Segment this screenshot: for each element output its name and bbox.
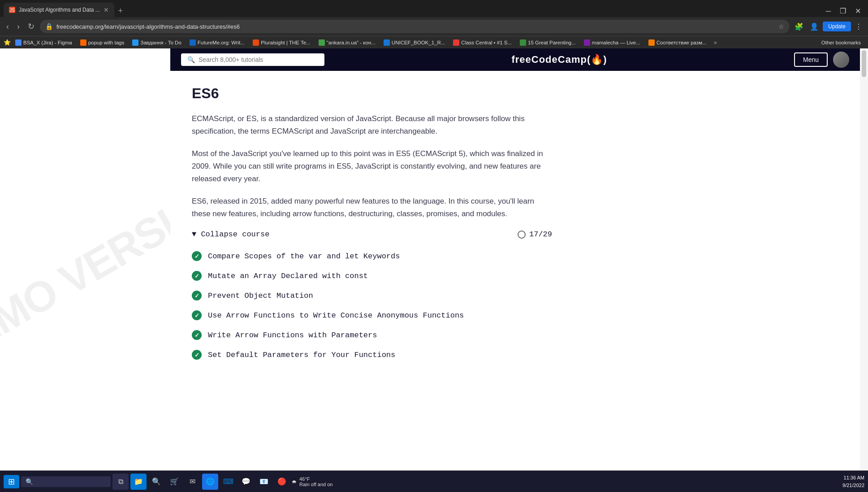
start-button[interactable]: ⊞ [4,475,19,488]
bookmark-unicef[interactable]: UNICEF_BOOK_1_R... [380,39,449,47]
check-icon-3: ✓ [192,291,202,300]
lesson-title-1[interactable]: Compare Scopes of the var and let Keywor… [208,252,400,261]
taskbar-app-chrome[interactable]: 🌐 [202,474,218,490]
progress-label: 17/29 [529,230,552,239]
fcc-logo: freeCodeCamp(🔥) [324,54,794,65]
check-icon-4: ✓ [192,310,202,320]
check-icon-1: ✓ [192,251,202,261]
course-paragraph-2: Most of the JavaScript you've learned up… [192,148,552,185]
taskbar-app-store[interactable]: 🛒 [166,474,182,490]
nav-bar: ‹ › ↻ 🔒 ☆ 🧩 👤 Update ⋮ [0,17,868,36]
right-scrollbar[interactable] [860,48,868,492]
search-icon: 🔍 [187,56,195,63]
extensions-button[interactable]: 🧩 [792,21,806,33]
star-icon[interactable]: ☆ [778,23,784,30]
progress-info: 17/29 [518,230,552,239]
lesson-item: ✓ Mutate an Array Declared with const [192,271,552,281]
weather-text: 46°F Rain off and on [299,476,333,487]
active-tab[interactable]: JS JavaScript Algorithms and Data ... ✕ [4,3,114,17]
taskbar-app-mail2[interactable]: 📧 [256,474,272,490]
course-body: ES6 ECMAScript, or ES, is a standardized… [170,71,574,492]
bookmark-classcentral[interactable]: Class Central • #1 S... [449,39,515,47]
bookmark-zavdannia[interactable]: Завдання - To Do [129,39,185,47]
lesson-item: ✓ Set Default Parameters for Your Functi… [192,350,552,360]
taskbar-app-badge[interactable]: 🔴 [274,474,290,490]
lesson-title-6[interactable]: Set Default Parameters for Your Function… [208,351,395,359]
taskbar-search-icon: 🔍 [26,478,33,485]
lesson-item: ✓ Compare Scopes of the var and let Keyw… [192,251,552,261]
lesson-item: ✓ Prevent Object Mutation [192,291,552,300]
taskbar-clock: 11:36 AM 9/21/2022 [842,474,864,489]
bookmark-greatparenting[interactable]: 15 Great Parenting... [516,39,579,47]
browser-chrome: JS JavaScript Algorithms and Data ... ✕ … [0,0,868,48]
bookmark-bsa[interactable]: BSA_X (Jira) - Figma [12,39,76,47]
fcc-header: 🔍 freeCodeCamp(🔥) Menu [170,48,860,71]
window-controls: ─ ❐ ✕ [822,5,864,17]
lesson-title-4[interactable]: Use Arrow Functions to Write Concise Ano… [208,311,464,320]
avatar[interactable] [833,52,849,68]
page-wrapper: DEMO VERSION 🔍 freeCodeCamp(🔥) Menu ES6 … [0,48,868,492]
course-paragraph-1: ECMAScript, or ES, is a standardized ver… [192,113,552,138]
update-button[interactable]: Update [823,22,851,31]
taskbar-app-vscode[interactable]: ⌨ [220,474,236,490]
course-paragraph-3: ES6, released in 2015, added many powerf… [192,195,552,220]
bookmark-pluralsight[interactable]: Pluralsight | THE Te... [249,39,314,47]
minimize-button[interactable]: ─ [822,5,834,17]
reload-button[interactable]: ↻ [25,20,37,33]
forward-button[interactable]: › [14,20,22,33]
progress-circle [518,231,526,239]
fcc-nav: Menu [794,52,849,68]
taskbar-app-mail[interactable]: ✉ [184,474,200,490]
bookmark-mamalecha[interactable]: mamalecha — Live... [580,39,644,47]
menu-button[interactable]: Menu [794,52,828,67]
close-button[interactable]: ✕ [851,5,864,17]
bookmark-popup[interactable]: popup with tags [77,39,128,47]
taskbar-search[interactable]: 🔍 [21,476,111,487]
main-content: 🔍 freeCodeCamp(🔥) Menu ES6 ECMAScript, o… [170,48,860,492]
bookmark-sootvetstvie[interactable]: Соответствие разм... [645,39,710,47]
collapse-row: ▼ Collapse course 17/29 [192,230,552,239]
taskbar: ⊞ 🔍 ⧉ 📁 🔍 🛒 ✉ 🌐 ⌨ 💬 📧 🔴 🌧 46°F Rain off … [0,470,868,492]
other-bookmarks[interactable]: Other bookmarks [818,39,864,46]
lesson-title-2[interactable]: Mutate an Array Declared with const [208,272,368,280]
tab-favicon: JS [9,7,15,13]
lesson-title-3[interactable]: Prevent Object Mutation [208,292,313,300]
bookmark-futureme[interactable]: FutureMe.org: Writ... [186,39,248,47]
more-bookmarks-button[interactable]: » [711,38,720,47]
windows-icon: ⊞ [8,477,15,487]
back-button[interactable]: ‹ [4,20,12,33]
taskbar-app-explorer[interactable]: 📁 [130,474,147,490]
bookmarks-bar: ⭐ BSA_X (Jira) - Figma popup with tags З… [0,36,868,48]
tab-close-icon[interactable]: ✕ [104,6,109,13]
lesson-title-5[interactable]: Write Arrow Functions with Parameters [208,331,377,340]
scrollbar-thumb[interactable] [862,50,866,77]
left-sidebar: DEMO VERSION [0,48,170,492]
demo-watermark: DEMO VERSION [0,168,170,373]
nav-right-buttons: 🧩 👤 Update ⋮ [792,21,864,33]
search-input[interactable] [199,56,318,63]
taskbar-app-search[interactable]: 🔍 [148,474,164,490]
check-icon-2: ✓ [192,271,202,281]
collapse-button[interactable]: ▼ Collapse course [192,230,269,239]
taskbar-app-skype[interactable]: 💬 [238,474,254,490]
settings-icon[interactable]: ⋮ [853,21,864,33]
check-icon-6: ✓ [192,350,202,360]
bookmark-ankara[interactable]: "ankara.in.ua" - кон... [315,39,379,47]
address-bar-container[interactable]: 🔒 ☆ [40,20,790,33]
weather-widget: 🌧 46°F Rain off and on [292,476,333,487]
lock-icon: 🔒 [45,23,53,30]
restore-button[interactable]: ❐ [836,5,850,17]
lesson-item: ✓ Use Arrow Functions to Write Concise A… [192,310,552,320]
weather-icon: 🌧 [292,479,297,484]
section-title: ES6 [192,85,552,102]
search-box[interactable]: 🔍 [181,53,324,66]
check-icon-5: ✓ [192,330,202,340]
tab-bar: JS JavaScript Algorithms and Data ... ✕ … [0,0,868,17]
tab-title: JavaScript Algorithms and Data ... [19,7,100,13]
avatar-image [833,52,849,68]
lesson-item: ✓ Write Arrow Functions with Parameters [192,330,552,340]
address-input[interactable] [56,23,775,30]
profile-button[interactable]: 👤 [808,21,821,33]
new-tab-button[interactable]: + [114,4,127,17]
task-view-button[interactable]: ⧉ [112,474,129,490]
